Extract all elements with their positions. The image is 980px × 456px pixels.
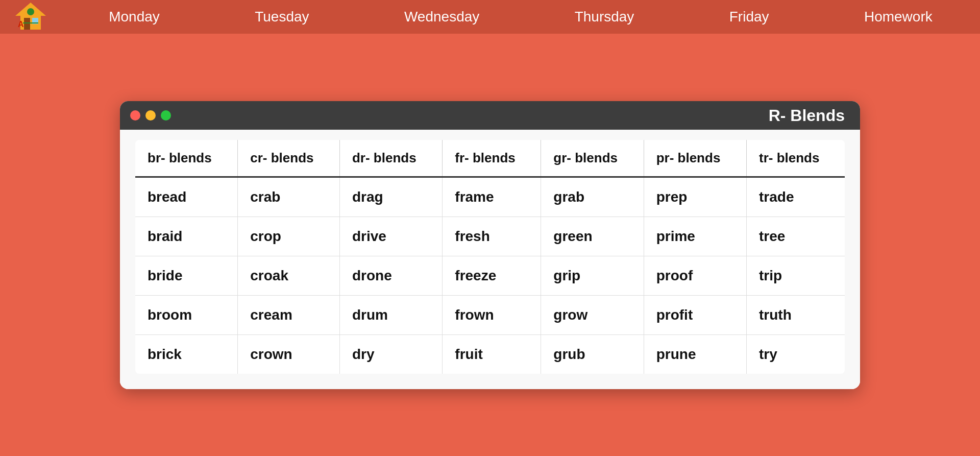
table-cell: fruit — [443, 334, 541, 374]
table-cell: grab — [541, 177, 644, 217]
table-cell: braid — [135, 217, 238, 256]
nav-monday[interactable]: Monday — [99, 5, 170, 29]
table-cell: frame — [443, 177, 541, 217]
table-cell: crown — [238, 334, 340, 374]
table-cell: profit — [644, 295, 746, 334]
table-row: broomcreamdrumfrowngrowprofittruth — [135, 295, 845, 334]
table-cell: prime — [644, 217, 746, 256]
nav-wednesday[interactable]: Wednesday — [394, 5, 489, 29]
header-gr: gr- blends — [541, 140, 644, 177]
table-cell: cream — [238, 295, 340, 334]
table-cell: fresh — [443, 217, 541, 256]
header-dr: dr- blends — [339, 140, 442, 177]
table-cell: crop — [238, 217, 340, 256]
nav-items: Monday Tuesday Wednesday Thursday Friday… — [61, 5, 980, 29]
svg-point-3 — [27, 8, 34, 15]
minimize-button[interactable] — [145, 110, 156, 121]
close-button[interactable] — [130, 110, 140, 121]
table-cell: drum — [339, 295, 442, 334]
table-cell: bride — [135, 256, 238, 295]
window-title: R- Blends — [769, 106, 845, 125]
table-cell: brick — [135, 334, 238, 374]
table-row: bridecroakdronefreezegripprooftrip — [135, 256, 845, 295]
nav-tuesday[interactable]: Tuesday — [244, 5, 319, 29]
table-cell: grow — [541, 295, 644, 334]
header-fr: fr- blends — [443, 140, 541, 177]
table-row: breadcrabdragframegrabpreptrade — [135, 177, 845, 217]
table-cell: trip — [747, 256, 845, 295]
table-cell: grip — [541, 256, 644, 295]
table-header-row: br- blends cr- blends dr- blends fr- ble… — [135, 140, 845, 177]
table-cell: grub — [541, 334, 644, 374]
table-cell: tree — [747, 217, 845, 256]
table-container: br- blends cr- blends dr- blends fr- ble… — [120, 130, 860, 389]
logo-area: A — [0, 0, 61, 34]
table-cell: trade — [747, 177, 845, 217]
maximize-button[interactable] — [161, 110, 171, 121]
table-cell: drive — [339, 217, 442, 256]
table-cell: proof — [644, 256, 746, 295]
nav-thursday[interactable]: Thursday — [565, 5, 645, 29]
table-cell: frown — [443, 295, 541, 334]
table-cell: drone — [339, 256, 442, 295]
table-cell: prep — [644, 177, 746, 217]
header-tr: tr- blends — [747, 140, 845, 177]
table-cell: try — [747, 334, 845, 374]
header-cr: cr- blends — [238, 140, 340, 177]
svg-rect-1 — [24, 18, 30, 30]
logo-icon: A — [13, 2, 48, 32]
main-content: R- Blends br- blends cr- blends dr- blen… — [0, 34, 980, 456]
svg-text:A: A — [18, 20, 24, 29]
table-cell: drag — [339, 177, 442, 217]
table-cell: prune — [644, 334, 746, 374]
header-br: br- blends — [135, 140, 238, 177]
table-row: brickcrowndryfruitgrubprunetry — [135, 334, 845, 374]
window-titlebar: R- Blends — [120, 101, 860, 130]
header-pr: pr- blends — [644, 140, 746, 177]
table-cell: freeze — [443, 256, 541, 295]
window-card: R- Blends br- blends cr- blends dr- blen… — [120, 101, 860, 389]
table-cell: bread — [135, 177, 238, 217]
table-cell: dry — [339, 334, 442, 374]
table-cell: green — [541, 217, 644, 256]
window-buttons — [130, 110, 171, 121]
table-cell: broom — [135, 295, 238, 334]
top-navigation: A Monday Tuesday Wednesday Thursday Frid… — [0, 0, 980, 34]
nav-homework[interactable]: Homework — [854, 5, 943, 29]
table-cell: croak — [238, 256, 340, 295]
nav-friday[interactable]: Friday — [719, 5, 779, 29]
table-cell: truth — [747, 295, 845, 334]
table-row: braidcropdrivefreshgreenprimetree — [135, 217, 845, 256]
table-cell: crab — [238, 177, 340, 217]
blends-table: br- blends cr- blends dr- blends fr- ble… — [135, 140, 845, 374]
